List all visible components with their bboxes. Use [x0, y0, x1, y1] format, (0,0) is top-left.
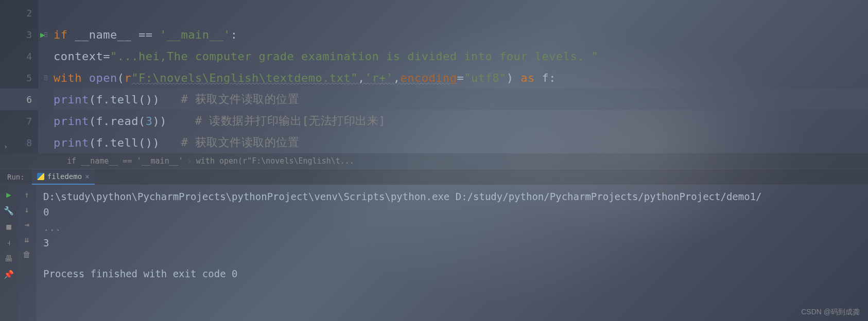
line-number: 7 [0, 110, 38, 132]
run-toolbar-left: ▶ 🔧 ■ ⫞ 🖶 📌 [0, 185, 18, 321]
close-icon[interactable]: × [85, 172, 89, 181]
trash-icon[interactable]: 🗑 [23, 249, 31, 259]
scroll-icon[interactable]: ⇊ [24, 235, 29, 244]
line-number: 4 [0, 45, 38, 67]
line-number: 6 [0, 88, 38, 110]
console-line: D:\study\python\PycharmProjects\pythonPr… [43, 189, 861, 204]
breadcrumb[interactable]: if __name__ == '__main__' › with open(r"… [0, 153, 868, 169]
code-line[interactable]: print(f.read(3)) # 读数据并打印输出[无法打印出来] [54, 110, 868, 132]
line-number: 2 [0, 2, 38, 24]
console-line: 0 [43, 204, 861, 220]
pin-icon[interactable]: 📌 [4, 270, 14, 279]
line-number: 3 ▶ [0, 24, 38, 45]
console-line: 3 [43, 235, 861, 251]
run-tab[interactable]: filedemo × [32, 169, 95, 185]
line-gutter: 2 3 ▶ 4 5 6 7 8 [0, 0, 38, 153]
code-line[interactable]: print(f.tell()) # 获取文件读取的位置 [54, 88, 868, 110]
wrench-icon[interactable]: 🔧 [4, 206, 14, 216]
run-panel: Run: filedemo × ▶ 🔧 ■ ⫞ 🖶 📌 ↑ ↓ ⇥ ⇊ 🗑 D:… [0, 169, 868, 321]
chevron-right-icon: › [187, 156, 192, 166]
up-arrow-icon[interactable]: ↑ [24, 190, 29, 200]
rerun-icon[interactable]: ▶ [6, 190, 11, 200]
fold-column: ⊟ ⊟ [38, 0, 54, 153]
run-tab-label: filedemo [47, 172, 82, 181]
breadcrumb-item[interactable]: if __name__ == '__main__' [67, 156, 183, 166]
run-toolbar-secondary: ↑ ↓ ⇥ ⇊ 🗑 [18, 185, 36, 321]
run-tab-bar: Run: filedemo × [0, 169, 868, 185]
fold-marker-icon[interactable]: ⊟ [38, 67, 54, 88]
wrap-icon[interactable]: ⇥ [24, 220, 29, 229]
run-label: Run: [0, 173, 32, 181]
code-line[interactable]: if __name__ == '__main__': [54, 24, 868, 45]
python-icon [37, 173, 44, 180]
print-icon[interactable]: 🖶 [5, 254, 13, 263]
console-line-folded[interactable]: ... [43, 220, 861, 235]
console-output[interactable]: D:\study\python\PycharmProjects\pythonPr… [36, 185, 868, 321]
breadcrumb-item[interactable]: with open(r"F:\novels\English\t... [196, 156, 354, 166]
expand-chevron-icon[interactable]: › [1, 142, 10, 151]
console-line: Process finished with exit code 0 [43, 266, 861, 281]
console-line [43, 251, 861, 266]
down-arrow-icon[interactable]: ↓ [24, 205, 29, 215]
code-content[interactable]: if __name__ == '__main__': context="...h… [54, 0, 868, 153]
watermark: CSDN @码到成龚 [801, 308, 860, 317]
layout-icon[interactable]: ⫞ [7, 238, 11, 247]
line-number: 5 [0, 67, 38, 88]
code-editor[interactable]: 2 3 ▶ 4 5 6 7 8 ⊟ ⊟ if __name__ == '__ma… [0, 0, 868, 153]
code-line[interactable]: with open(r"F:\novels\English\textdemo.t… [54, 67, 868, 88]
stop-icon[interactable]: ■ [6, 222, 11, 231]
code-line[interactable]: context="...hei,The computer grade exami… [54, 45, 868, 67]
code-line[interactable]: print(f.tell()) # 获取文件读取的位置 [54, 132, 868, 153]
